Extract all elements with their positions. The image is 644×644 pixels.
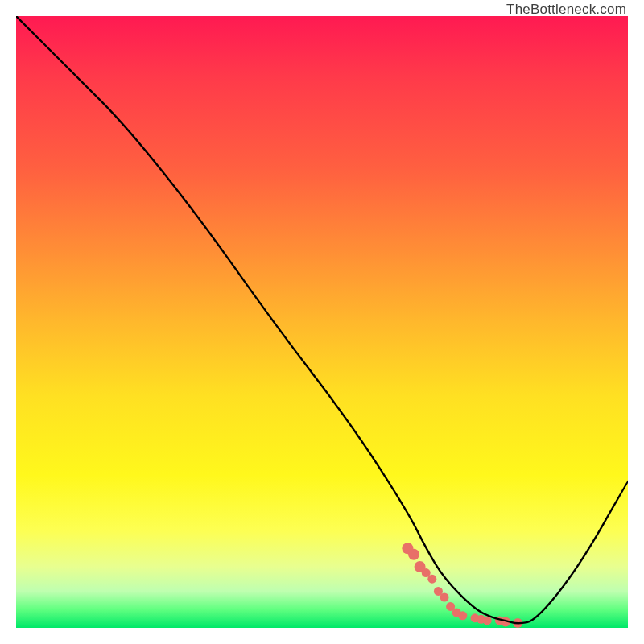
- marker-group: [402, 543, 522, 628]
- marker-dot: [440, 593, 449, 602]
- marker-dot: [458, 611, 467, 620]
- plot-gradient-area: [16, 16, 628, 628]
- bottleneck-chart: TheBottleneck.com: [0, 0, 644, 644]
- watermark-text: TheBottleneck.com: [506, 2, 626, 18]
- marker-dot: [408, 549, 419, 560]
- bottleneck-curve-path: [16, 16, 628, 623]
- chart-svg: [16, 16, 628, 628]
- marker-dot: [427, 575, 436, 584]
